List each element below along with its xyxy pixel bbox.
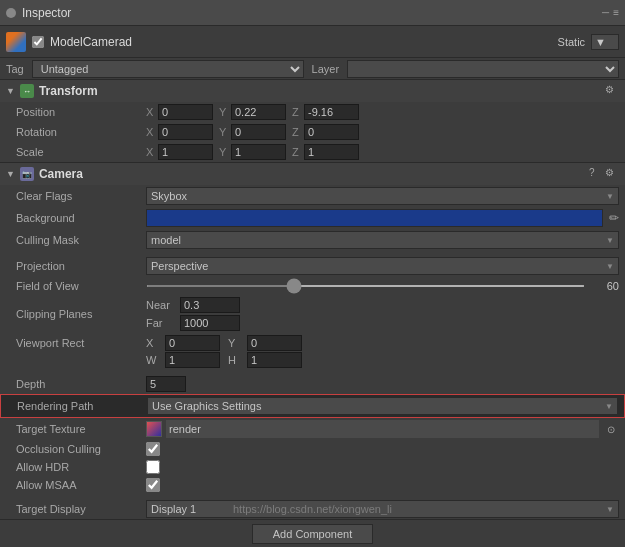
clipping-planes-row: Clipping Planes Near Far <box>0 295 625 333</box>
background-label: Background <box>16 212 146 224</box>
camera-header[interactable]: ▼ 📷 Camera ? ⚙ <box>0 163 625 185</box>
scale-x[interactable] <box>158 144 213 160</box>
rotation-label: Rotation <box>16 126 146 138</box>
culling-mask-dropdown[interactable]: model ▼ <box>146 231 619 249</box>
tag-label: Tag <box>6 63 24 75</box>
static-label: Static <box>558 36 586 48</box>
texture-preview <box>146 421 162 437</box>
camera-title: Camera <box>39 167 584 181</box>
chevron-down-projection: ▼ <box>606 262 614 271</box>
viewport-group: X Y W H <box>146 335 619 368</box>
depth-input[interactable] <box>146 376 186 392</box>
camera-section-icons: ? ⚙ <box>589 167 619 181</box>
clipping-planes-label: Clipping Planes <box>16 308 146 320</box>
background-color[interactable] <box>146 209 603 227</box>
add-component-bar: Add Component <box>0 519 625 547</box>
clear-flags-label: Clear Flags <box>16 190 146 202</box>
main-scroll: ModelCamerad Static ▼ Tag Untagged Layer… <box>0 26 625 547</box>
transform-header[interactable]: ▼ ↔ Transform ⚙ <box>0 80 625 102</box>
target-display-value: Display 1 <box>151 503 196 515</box>
vp-x-input[interactable] <box>165 335 220 351</box>
menu-icon[interactable]: ≡ <box>613 7 619 18</box>
target-texture-row: Target Texture render ⊙ <box>0 418 625 440</box>
section-arrow-transform: ▼ <box>6 86 15 96</box>
target-texture-field: render ⊙ <box>146 420 619 438</box>
occlusion-culling-checkbox[interactable] <box>146 442 160 456</box>
target-display-row: Target Display Display 1 ▼ <box>0 498 625 520</box>
layer-label: Layer <box>312 63 340 75</box>
fov-slider[interactable] <box>146 285 585 287</box>
near-far-group: Near Far <box>146 297 619 331</box>
background-row: Background ✏ <box>0 207 625 229</box>
camera-section: ▼ 📷 Camera ? ⚙ Clear Flags Skybox ▼ Back… <box>0 163 625 521</box>
fov-row: Field of View 60 <box>0 277 625 295</box>
object-header: ModelCamerad Static ▼ <box>0 26 625 58</box>
allow-hdr-label: Allow HDR <box>16 461 146 473</box>
vp-h-input[interactable] <box>247 352 302 368</box>
rotation-x[interactable] <box>158 124 213 140</box>
static-dropdown[interactable]: ▼ <box>591 34 619 50</box>
camera-icon: 📷 <box>20 167 34 181</box>
projection-row: Projection Perspective ▼ <box>0 255 625 277</box>
scale-y[interactable] <box>231 144 286 160</box>
vp-w-input[interactable] <box>165 352 220 368</box>
inspector-dot-icon <box>6 8 16 18</box>
rotation-row: Rotation X Y Z <box>0 122 625 142</box>
layer-select[interactable] <box>347 60 619 78</box>
allow-hdr-checkbox[interactable] <box>146 460 160 474</box>
culling-mask-row: Culling Mask model ▼ <box>0 229 625 251</box>
occlusion-culling-label: Occlusion Culling <box>16 443 146 455</box>
allow-msaa-checkbox[interactable] <box>146 478 160 492</box>
viewport-row-2: W H <box>146 352 619 368</box>
near-label: Near <box>146 299 176 311</box>
vp-y: Y <box>228 335 302 351</box>
transform-icon: ↔ <box>20 84 34 98</box>
rendering-path-value: Use Graphics Settings <box>152 400 261 412</box>
rendering-path-dropdown[interactable]: Use Graphics Settings ▼ <box>147 397 618 415</box>
clear-flags-dropdown[interactable]: Skybox ▼ <box>146 187 619 205</box>
camera-settings-icon[interactable]: ⚙ <box>605 167 619 181</box>
target-display-dropdown[interactable]: Display 1 ▼ <box>146 500 619 518</box>
culling-mask-value: model <box>151 234 181 246</box>
position-x[interactable] <box>158 104 213 120</box>
near-item: Near <box>146 297 619 313</box>
texture-select-button[interactable]: ⊙ <box>603 421 619 437</box>
allow-msaa-row: Allow MSAA <box>0 476 625 494</box>
add-component-button[interactable]: Add Component <box>252 524 374 544</box>
scale-label: Scale <box>16 146 146 158</box>
rotation-z[interactable] <box>304 124 359 140</box>
occlusion-culling-row: Occlusion Culling <box>0 440 625 458</box>
position-z[interactable] <box>304 104 359 120</box>
far-label: Far <box>146 317 176 329</box>
far-input[interactable] <box>180 315 240 331</box>
tag-select[interactable]: Untagged <box>32 60 304 78</box>
position-label: Position <box>16 106 146 118</box>
color-edit-icon[interactable]: ✏ <box>609 211 619 225</box>
camera-help-icon[interactable]: ? <box>589 167 603 181</box>
chevron-down-clear-flags: ▼ <box>606 192 614 201</box>
depth-row: Depth <box>0 374 625 394</box>
projection-label: Projection <box>16 260 146 272</box>
projection-dropdown[interactable]: Perspective ▼ <box>146 257 619 275</box>
object-icon <box>6 32 26 52</box>
far-item: Far <box>146 315 619 331</box>
title-bar: Inspector ─ ≡ <box>0 0 625 26</box>
rendering-path-row: Rendering Path Use Graphics Settings ▼ <box>0 394 625 418</box>
position-y[interactable] <box>231 104 286 120</box>
viewport-row-1: X Y <box>146 335 619 351</box>
near-input[interactable] <box>180 297 240 313</box>
chevron-down-culling: ▼ <box>606 236 614 245</box>
object-active-checkbox[interactable] <box>32 36 44 48</box>
projection-value: Perspective <box>151 260 208 272</box>
texture-name-field: render <box>166 420 599 438</box>
vp-y-input[interactable] <box>247 335 302 351</box>
target-display-label: Target Display <box>16 503 146 515</box>
transform-section: ▼ ↔ Transform ⚙ Position X Y Z Rotation … <box>0 80 625 163</box>
pin-icon[interactable]: ─ <box>602 7 609 18</box>
scale-z[interactable] <box>304 144 359 160</box>
rotation-y[interactable] <box>231 124 286 140</box>
rendering-path-label: Rendering Path <box>17 400 147 412</box>
chevron-down-icon: ▼ <box>595 36 606 48</box>
transform-settings-icon[interactable]: ⚙ <box>605 84 619 98</box>
culling-mask-label: Culling Mask <box>16 234 146 246</box>
